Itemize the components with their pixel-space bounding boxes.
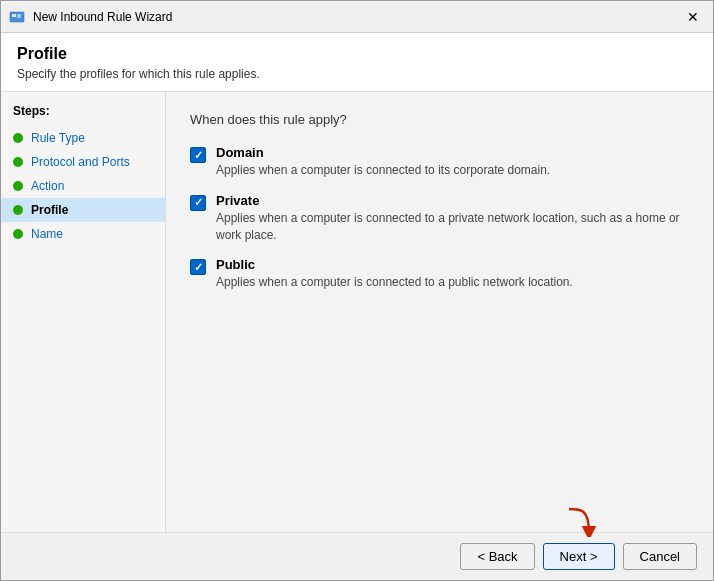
window-title: New Inbound Rule Wizard	[33, 10, 673, 24]
sidebar-label-action: Action	[31, 179, 64, 193]
option-private-text: Private Applies when a computer is conne…	[216, 193, 689, 244]
window-icon	[9, 9, 25, 25]
option-domain: Domain Applies when a computer is connec…	[190, 145, 689, 179]
checkbox-private[interactable]	[190, 195, 206, 211]
option-public-text: Public Applies when a computer is connec…	[216, 257, 573, 291]
page-header: Profile Specify the profiles for which t…	[1, 33, 713, 92]
sidebar-label-protocol-ports: Protocol and Ports	[31, 155, 130, 169]
steps-label: Steps:	[1, 100, 165, 126]
checkbox-domain[interactable]	[190, 147, 206, 163]
svg-rect-1	[12, 14, 16, 17]
sidebar-label-rule-type: Rule Type	[31, 131, 85, 145]
step-dot-action	[13, 181, 23, 191]
sidebar-item-rule-type[interactable]: Rule Type	[1, 126, 165, 150]
next-button[interactable]: Next >	[543, 543, 615, 570]
close-button[interactable]: ✕	[681, 5, 705, 29]
option-public-desc: Applies when a computer is connected to …	[216, 274, 573, 291]
sidebar-item-name[interactable]: Name	[1, 222, 165, 246]
cancel-button[interactable]: Cancel	[623, 543, 697, 570]
option-domain-desc: Applies when a computer is connected to …	[216, 162, 550, 179]
next-button-container: Next >	[543, 543, 615, 570]
options-group: Domain Applies when a computer is connec…	[190, 145, 689, 291]
sidebar-label-name: Name	[31, 227, 63, 241]
wizard-window: New Inbound Rule Wizard ✕ Profile Specif…	[0, 0, 714, 581]
page-description: Specify the profiles for which this rule…	[17, 67, 697, 81]
sidebar-item-profile[interactable]: Profile	[1, 198, 165, 222]
option-private-desc: Applies when a computer is connected to …	[216, 210, 689, 244]
option-domain-text: Domain Applies when a computer is connec…	[216, 145, 550, 179]
content-area: Steps: Rule Type Protocol and Ports Acti…	[1, 92, 713, 532]
option-public: Public Applies when a computer is connec…	[190, 257, 689, 291]
checkbox-public[interactable]	[190, 259, 206, 275]
option-domain-title: Domain	[216, 145, 550, 160]
footer-buttons: < Back Next > Cancel	[460, 543, 697, 570]
sidebar-item-action[interactable]: Action	[1, 174, 165, 198]
step-dot-profile	[13, 205, 23, 215]
footer: < Back Next > Cancel	[1, 532, 713, 580]
sidebar-item-protocol-ports[interactable]: Protocol and Ports	[1, 150, 165, 174]
step-dot-protocol-ports	[13, 157, 23, 167]
sidebar: Steps: Rule Type Protocol and Ports Acti…	[1, 92, 166, 532]
page-title: Profile	[17, 45, 697, 63]
question-text: When does this rule apply?	[190, 112, 689, 127]
red-arrow-icon	[561, 505, 597, 537]
step-dot-name	[13, 229, 23, 239]
option-private-title: Private	[216, 193, 689, 208]
option-public-title: Public	[216, 257, 573, 272]
main-panel: When does this rule apply? Domain Applie…	[166, 92, 713, 532]
back-button[interactable]: < Back	[460, 543, 534, 570]
option-private: Private Applies when a computer is conne…	[190, 193, 689, 244]
title-bar: New Inbound Rule Wizard ✕	[1, 1, 713, 33]
step-dot-rule-type	[13, 133, 23, 143]
sidebar-label-profile: Profile	[31, 203, 68, 217]
